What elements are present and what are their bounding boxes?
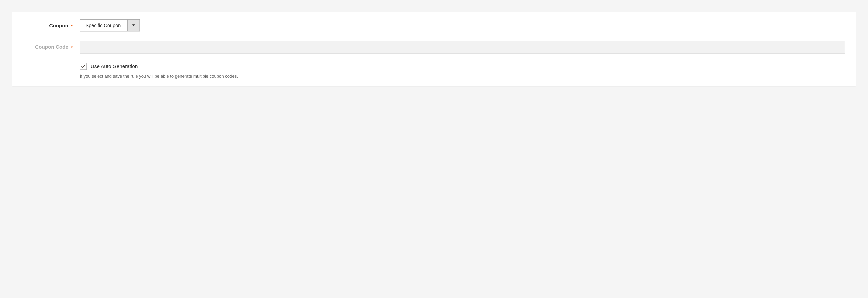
coupon-select[interactable]: Specific Coupon xyxy=(80,20,140,31)
required-star-icon: * xyxy=(71,45,73,50)
coupon-code-label: Coupon Code xyxy=(35,44,68,50)
auto-generation-note: If you select and save the rule you will… xyxy=(80,73,845,80)
coupon-select-value: Specific Coupon xyxy=(80,20,127,31)
required-star-icon: * xyxy=(71,24,73,29)
checkmark-icon xyxy=(81,64,86,68)
coupon-settings-panel: Coupon * Specific Coupon Coupon Code * xyxy=(12,12,856,87)
auto-generation-label-col xyxy=(23,63,80,66)
coupon-code-row: Coupon Code * xyxy=(23,41,845,54)
auto-generation-checkbox-line: Use Auto Generation xyxy=(80,63,845,70)
coupon-code-control xyxy=(80,41,845,54)
coupon-row: Coupon * Specific Coupon xyxy=(23,20,845,31)
coupon-code-input[interactable] xyxy=(80,41,845,54)
auto-generation-row: Use Auto Generation If you select and sa… xyxy=(23,63,845,80)
auto-generation-control: Use Auto Generation If you select and sa… xyxy=(80,63,845,80)
chevron-down-icon xyxy=(127,20,140,31)
coupon-label-col: Coupon * xyxy=(23,20,80,29)
auto-generation-label: Use Auto Generation xyxy=(91,63,138,69)
coupon-label: Coupon xyxy=(49,23,68,29)
coupon-control: Specific Coupon xyxy=(80,20,845,31)
auto-generation-checkbox[interactable] xyxy=(80,63,87,70)
coupon-code-label-col: Coupon Code * xyxy=(23,41,80,50)
